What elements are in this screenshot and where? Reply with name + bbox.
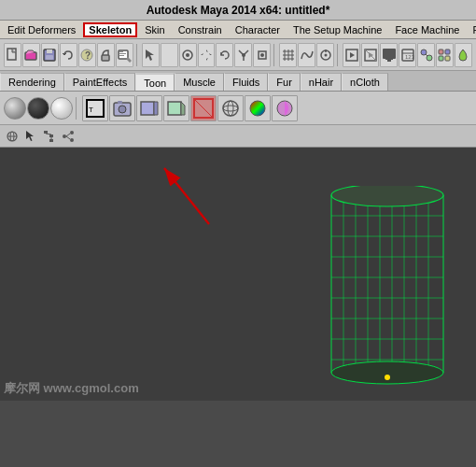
transform-icon[interactable] [253,43,271,67]
svg-line-84 [66,136,70,139]
snap-grid-icon[interactable] [279,43,297,67]
svg-rect-42 [387,60,391,62]
svg-point-26 [260,53,264,57]
tab-nhair[interactable]: nHair [301,73,342,91]
paint-select-icon[interactable] [179,43,197,67]
svg-rect-50 [439,50,443,54]
toon-camera-icon[interactable] [109,95,135,121]
small-toolbar [0,125,476,148]
svg-point-80 [63,134,66,138]
display-render-icon[interactable] [380,43,398,67]
menu-skeleton[interactable]: Skeleton [83,22,137,37]
menu-pip[interactable]: Pip [467,23,476,36]
snap-curve-icon[interactable] [298,43,315,67]
arrow-select-icon[interactable] [22,128,39,145]
viewport[interactable]: 摩尔网 www.cgmol.com [0,148,476,401]
svg-point-57 [119,106,126,113]
svg-rect-9 [119,51,123,52]
shelf-tabs: Rendering PaintEffects Toon Muscle Fluid… [0,71,476,92]
main-toolbar: ? 123 [0,39,476,71]
svg-point-82 [70,138,74,142]
svg-point-66 [223,106,238,111]
svg-point-34 [324,53,327,56]
toon-paint-icon[interactable] [272,95,298,121]
save-icon[interactable] [41,43,59,67]
svg-marker-17 [206,50,208,54]
rotate-icon[interactable] [216,43,233,67]
hierarchy-icon[interactable] [41,128,58,145]
menu-character[interactable]: Character [230,23,286,36]
tab-painteffects[interactable]: PaintEffects [64,73,136,91]
new-file-icon[interactable] [4,43,21,67]
svg-line-83 [66,134,70,136]
svg-line-76 [46,134,51,134]
watermark: 摩尔网 www.cgmol.com [4,380,139,397]
color-swatch-black[interactable] [27,97,49,120]
lock-icon[interactable] [97,43,115,67]
svg-text:T: T [89,106,93,114]
tab-fluids[interactable]: Fluids [224,73,268,91]
open-file-icon[interactable] [22,43,40,67]
svg-rect-11 [119,55,124,56]
color-swatch-white[interactable] [50,97,73,120]
toon-render-icon[interactable] [190,95,217,121]
svg-marker-62 [181,102,185,115]
svg-rect-52 [439,56,443,61]
toon-sphere-icon[interactable] [217,95,244,121]
toon-outline-icon[interactable]: T [82,95,108,121]
tab-ncloth[interactable]: nCloth [342,73,388,91]
svg-rect-7 [102,55,109,61]
menu-edit-deformers[interactable]: Edit Deformers [2,23,81,36]
tab-rendering[interactable]: Rendering [0,73,64,91]
svg-point-24 [242,53,245,57]
paint-effects-icon[interactable] [455,43,472,67]
undo-icon[interactable] [60,43,77,67]
svg-line-49 [426,54,427,56]
menu-bar: Edit Deformers Skeleton Skin Constrain C… [0,21,476,39]
render-settings-icon[interactable]: 123 [399,43,416,67]
menu-setup-machine[interactable]: The Setup Machine [287,23,387,36]
ipr-render-icon[interactable] [361,43,379,67]
svg-line-64 [194,99,213,118]
svg-text:?: ? [85,50,91,61]
color-swatch-gray[interactable] [4,97,26,120]
svg-rect-51 [445,50,450,54]
world-icon[interactable] [4,128,21,145]
share-icon[interactable] [60,128,77,145]
svg-rect-74 [44,131,48,134]
scale-icon[interactable] [234,43,252,67]
svg-marker-60 [154,102,158,115]
shelf-icons: T [0,92,476,125]
title-label: Autodesk Maya 2014 x64: untitled* [147,4,330,17]
svg-rect-43 [385,59,393,60]
question-icon[interactable]: ? [78,43,96,67]
visor-icon[interactable] [436,43,454,67]
svg-marker-20 [207,53,212,55]
menu-face-machine[interactable]: Face Machine [389,23,465,36]
hypershade-icon[interactable] [417,43,435,67]
render-region-icon[interactable] [343,43,360,67]
menu-skin[interactable]: Skin [139,23,170,36]
svg-rect-41 [383,49,396,59]
lasso-select-icon[interactable] [161,43,178,67]
svg-rect-89 [331,195,443,373]
select-icon[interactable] [142,43,160,67]
svg-rect-58 [118,101,122,104]
svg-rect-4 [46,55,53,60]
move-icon[interactable] [198,43,216,67]
menu-constrain[interactable]: Constrain [173,23,228,36]
svg-text:123: 123 [405,54,415,60]
tab-toon[interactable]: Toon [135,73,175,91]
separator-shelf [76,97,79,120]
svg-point-81 [70,131,74,134]
toon-colorwheel-icon[interactable] [245,95,271,121]
tab-muscle[interactable]: Muscle [175,73,224,91]
svg-point-16 [186,53,189,57]
tab-fur[interactable]: Fur [268,73,301,91]
snap-point-icon[interactable] [316,43,334,67]
svg-rect-3 [47,50,52,53]
svg-marker-73 [26,131,34,141]
toon-mesh-icon[interactable] [136,95,162,121]
highlight-icon[interactable] [116,43,133,67]
toon-surface-icon[interactable] [163,95,189,121]
